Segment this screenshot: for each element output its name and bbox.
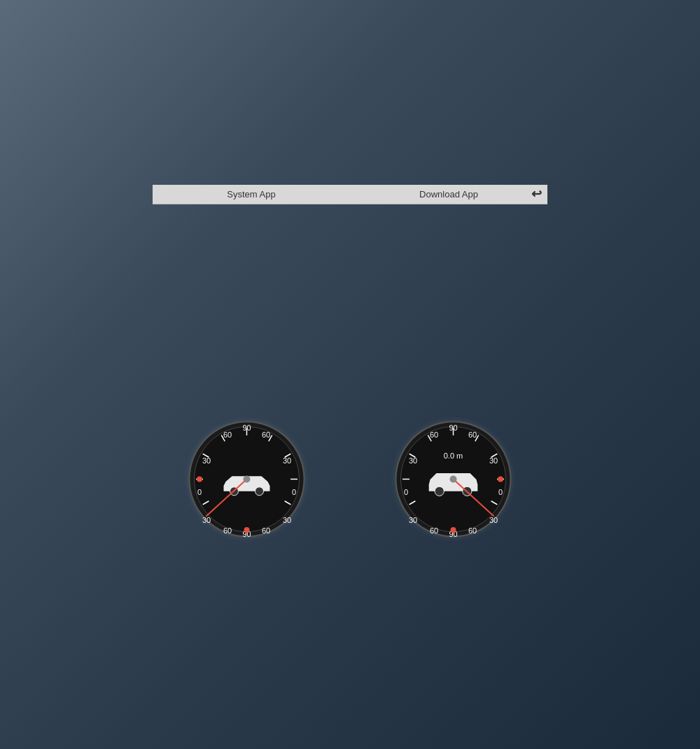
svg-text:0: 0 <box>292 488 296 496</box>
svg-point-56 <box>244 527 250 533</box>
svg-point-57 <box>197 477 202 482</box>
svg-text:0.0 m: 0.0 m <box>444 451 463 460</box>
svg-point-61 <box>244 476 251 483</box>
background <box>0 0 700 749</box>
svg-text:60: 60 <box>430 430 438 439</box>
svg-point-95 <box>451 527 456 533</box>
right-speedometer: 0 30 60 90 60 30 0 30 60 90 60 <box>392 418 514 543</box>
svg-text:30: 30 <box>283 516 291 524</box>
svg-text:90: 90 <box>449 424 457 432</box>
left-speedometer: 0 30 60 90 60 30 0 30 60 90 60 <box>186 418 308 543</box>
svg-text:60: 60 <box>223 430 232 439</box>
section-headers: System App Download App ↩ <box>153 185 547 204</box>
svg-text:60: 60 <box>262 430 270 439</box>
svg-text:30: 30 <box>283 456 291 465</box>
svg-text:60: 60 <box>262 526 270 535</box>
svg-text:30: 30 <box>409 456 417 465</box>
svg-point-98 <box>435 486 444 496</box>
svg-text:0: 0 <box>498 488 503 496</box>
svg-text:60: 60 <box>430 526 438 535</box>
svg-point-101 <box>450 476 457 483</box>
svg-text:30: 30 <box>409 516 417 524</box>
download-app-header: Download App <box>350 185 547 204</box>
svg-text:90: 90 <box>242 424 251 432</box>
svg-point-59 <box>255 487 264 496</box>
svg-text:60: 60 <box>468 430 477 439</box>
back-arrow-button[interactable]: ↩ <box>531 186 542 202</box>
svg-text:0: 0 <box>197 488 202 496</box>
svg-text:60: 60 <box>468 526 477 535</box>
svg-text:30: 30 <box>202 456 211 465</box>
svg-point-96 <box>498 477 503 482</box>
svg-text:0: 0 <box>404 488 408 496</box>
svg-text:30: 30 <box>489 516 498 524</box>
system-app-header: System App <box>153 185 350 204</box>
svg-text:30: 30 <box>202 516 211 524</box>
svg-text:60: 60 <box>223 526 232 535</box>
svg-text:30: 30 <box>489 456 498 465</box>
